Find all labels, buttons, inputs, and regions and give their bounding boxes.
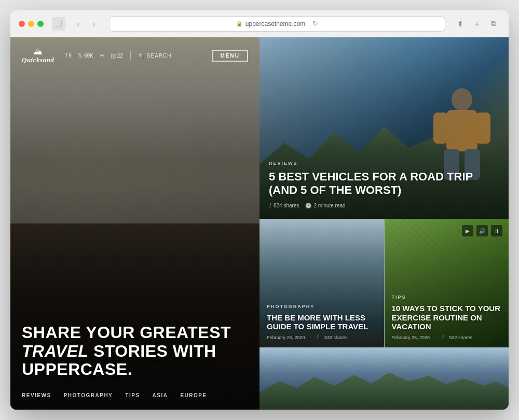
clock-icon: 🕐 [305,203,311,208]
card-photography[interactable]: PHOTOGRAPHY THE BE MORE WITH LESS GUIDE … [260,219,385,347]
browser-actions: ⬆ + ⧉ [454,17,500,31]
svg-rect-3 [476,113,490,144]
card-road-trip[interactable]: REVIEWS 5 BEST VEHICLES FOR A ROAD TRIP … [260,37,509,219]
add-tab-icon[interactable]: + [470,17,484,31]
card-photography-meta: February 26, 2020 · ⤴ 833 shares [267,335,377,340]
close-button[interactable] [19,21,25,27]
left-panel: ⛰ Quicksand f 9 𝕏 69K ✂ [10,37,260,410]
cards-middle-row: PHOTOGRAPHY THE BE MORE WITH LESS GUIDE … [260,219,509,347]
site-header: ⛰ Quicksand f 9 𝕏 69K ✂ [10,37,260,74]
card-mountains[interactable] [260,347,509,410]
menu-button[interactable]: MENU [212,50,248,62]
hero-content: SHARE YOUR GREATEST TRAVEL STORIES WITH … [22,324,248,379]
hero-title: SHARE YOUR GREATEST TRAVEL STORIES WITH … [22,324,248,379]
share-icon-small: ⤴ [269,203,271,208]
nav-item-asia[interactable]: ASIA [153,393,168,398]
lock-icon: 🔒 [236,21,242,26]
menu-label: MENU [221,53,240,59]
url-display: uppercasetheme.com [245,20,305,27]
search-link[interactable]: 🔍 SEARCH [138,53,172,59]
browser-nav: ‹ › [72,17,101,31]
card-tips-sep: · [435,335,436,340]
card-photography-date: February 26, 2020 [267,335,305,340]
nav-item-reviews[interactable]: REVIEWS [22,393,51,398]
card-road-trip-shares: ⤴ 824 shares [269,203,299,208]
header-divider [130,51,131,60]
refresh-icon[interactable]: ↻ [312,20,318,27]
browser-content: ⛰ Quicksand f 9 𝕏 69K ✂ [10,37,509,410]
card-tips[interactable]: ▶ 🔊 ⏸ TIPS 10 WAYS TO STICK TO YOUR EXER… [385,219,509,347]
window-control-1[interactable]: ⬜ [52,17,65,31]
svg-rect-1 [446,110,477,151]
card-tips-shares: 532 shares [449,335,473,340]
svg-rect-2 [433,113,448,144]
minimize-button[interactable] [28,21,34,27]
maximize-button[interactable] [37,21,44,27]
card-photography-title: THE BE MORE WITH LESS GUIDE TO SIMPLE TR… [267,313,377,331]
traffic-lights [19,21,44,27]
card-photography-content: PHOTOGRAPHY THE BE MORE WITH LESS GUIDE … [260,297,384,348]
back-button[interactable]: ‹ [72,17,85,31]
social-links: f 9 𝕏 69K ✂ ◫ 22 [65,52,123,59]
hero-line-3: STORIES WITH [93,342,216,360]
browser-chrome: ⬜ ‹ › 🔒 uppercasetheme.com ↻ ⬆ + ⧉ [10,10,509,37]
right-panel: REVIEWS 5 BEST VEHICLES FOR A ROAD TRIP … [260,37,509,410]
card-photography-category: PHOTOGRAPHY [267,304,377,309]
card-road-trip-category: REVIEWS [269,161,499,166]
svg-point-0 [452,88,472,111]
card-photography-sep: · [310,335,312,340]
nav-item-tips[interactable]: TIPS [125,393,140,398]
instagram-count: 22 [117,53,123,59]
share-icon-photo: ⤴ [317,335,319,340]
volume-icon[interactable]: 🔊 [476,225,488,236]
logo[interactable]: ⛰ Quicksand [22,47,54,64]
hero-line-1: SHARE YOUR GREATEST [22,323,231,342]
nav-item-photography[interactable]: PHOTOGRAPHY [64,393,113,398]
tabs-icon[interactable]: ⧉ [487,17,500,31]
social-instagram[interactable]: ◫ 22 [111,52,123,59]
card-road-trip-title: 5 BEST VEHICLES FOR A ROAD TRIP (AND 5 O… [269,170,499,197]
scissors-icon: ✂ [100,52,104,59]
card-road-trip-content: REVIEWS 5 BEST VEHICLES FOR A ROAD TRIP … [260,150,509,219]
play-icon[interactable]: ▶ [462,225,473,236]
hero-line-4: UPPERCASE. [22,360,132,379]
twitter-icon: 𝕏 [78,52,83,59]
facebook-icon: f [65,52,67,59]
nav-item-europe[interactable]: EUROPE [180,393,207,398]
social-pinterest[interactable]: ✂ [100,52,104,59]
twitter-count: 69K [84,53,93,59]
card-tips-media-icons: ▶ 🔊 ⏸ [462,225,502,236]
pause-icon[interactable]: ⏸ [491,225,502,236]
bottom-nav: REVIEWS PHOTOGRAPHY TIPS ASIA EUROPE [22,393,248,398]
social-facebook[interactable]: f 9 [65,52,72,59]
logo-icon: ⛰ [33,47,43,56]
card-tips-content: TIPS 10 WAYS TO STICK TO YOUR EXERCISE R… [385,287,509,347]
browser-window: ⬜ ‹ › 🔒 uppercasetheme.com ↻ ⬆ + ⧉ ⛰ [10,10,509,410]
address-bar[interactable]: 🔒 uppercasetheme.com ↻ [109,16,445,32]
card-tips-category: TIPS [392,295,502,300]
forward-button[interactable]: › [87,17,101,31]
card-tips-title: 10 WAYS TO STICK TO YOUR EXERCISE ROUTIN… [392,304,502,331]
share-icon-tips: ⤴ [442,335,444,340]
facebook-count: 9 [69,53,72,59]
hero-line-2: TRAVEL [22,342,89,360]
search-label: SEARCH [147,53,172,59]
instagram-icon: ◫ [111,52,116,59]
card-road-trip-meta: ⤴ 824 shares 🕐 2 minute read [269,203,499,208]
card-photography-shares: 833 shares [324,335,348,340]
browser-controls: ⬜ [52,17,65,31]
card-tips-meta: February 25, 2020 · ⤴ 532 shares [392,335,502,340]
card-road-trip-readtime: 🕐 2 minute read [305,203,345,208]
card-mountains-background [260,347,509,410]
share-icon[interactable]: ⬆ [454,17,467,31]
social-twitter[interactable]: 𝕏 69K [78,52,93,59]
card-tips-date: February 25, 2020 [392,335,430,340]
search-icon: 🔍 [138,53,145,59]
logo-text: Quicksand [22,56,54,64]
